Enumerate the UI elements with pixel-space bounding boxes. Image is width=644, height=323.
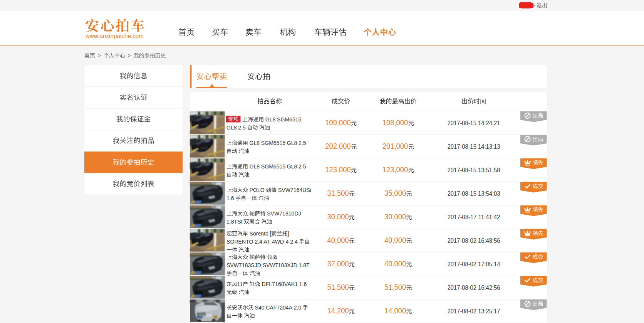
svg-text:>: > bbox=[128, 52, 131, 59]
svg-text:2017-08-02 17:05:14: 2017-08-02 17:05:14 bbox=[448, 261, 500, 267]
svg-text:201,000: 201,000 bbox=[382, 142, 408, 150]
svg-text:51,500: 51,500 bbox=[384, 283, 406, 291]
svg-text:2017-08-15 13:54:03: 2017-08-15 13:54:03 bbox=[448, 190, 500, 197]
svg-text:SGM6515: SGM6515 bbox=[261, 163, 285, 170]
svg-text:GL8: GL8 bbox=[250, 140, 260, 146]
svg-text:108,000: 108,000 bbox=[382, 118, 408, 127]
svg-text:2017-08-17 11:41:42: 2017-08-17 11:41:42 bbox=[448, 214, 500, 220]
svg-text:GL8: GL8 bbox=[226, 124, 237, 131]
svg-text:POLO: POLO bbox=[250, 187, 265, 193]
svg-text:31,500: 31,500 bbox=[327, 189, 349, 197]
svg-text:37,000: 37,000 bbox=[327, 259, 349, 268]
svg-text:S40: S40 bbox=[255, 304, 265, 311]
svg-text:14,200: 14,200 bbox=[327, 306, 349, 315]
svg-text:1.6: 1.6 bbox=[226, 195, 234, 201]
svg-text:]: ] bbox=[287, 230, 289, 237]
svg-text:1.8TSI: 1.8TSI bbox=[226, 218, 243, 225]
svg-text:109,000: 109,000 bbox=[325, 118, 351, 127]
svg-text:2.0: 2.0 bbox=[294, 304, 302, 311]
svg-text:-: - bbox=[533, 2, 535, 8]
svg-text:2017-08-02 16:48:56: 2017-08-02 16:48:56 bbox=[448, 237, 500, 244]
svg-text:SVW7183SJD;SVW7183XJD: SVW7183SJD;SVW7183XJD bbox=[226, 262, 297, 268]
svg-text:AT: AT bbox=[263, 238, 270, 245]
svg-text:SVW7164USi: SVW7164USi bbox=[278, 187, 311, 193]
svg-text:Sorento: Sorento bbox=[250, 230, 268, 237]
svg-text:SORENTO: SORENTO bbox=[226, 238, 253, 245]
svg-text:30,000: 30,000 bbox=[384, 212, 406, 221]
svg-text:40,000: 40,000 bbox=[384, 236, 406, 244]
svg-text:14,000: 14,000 bbox=[384, 306, 406, 315]
svg-text:35,000: 35,000 bbox=[384, 189, 406, 197]
svg-text:GL8: GL8 bbox=[265, 116, 276, 123]
svg-text:2.5: 2.5 bbox=[238, 124, 246, 131]
svg-text:2017-08-15 13:51:58: 2017-08-15 13:51:58 bbox=[448, 167, 500, 173]
svg-text:2.5: 2.5 bbox=[299, 163, 306, 170]
svg-text:GL8: GL8 bbox=[287, 140, 297, 146]
svg-text:DFL7168VAK1: DFL7168VAK1 bbox=[262, 281, 298, 287]
svg-text:SGM6515: SGM6515 bbox=[277, 116, 301, 123]
svg-text:2017-08-02 16:42:56: 2017-08-02 16:42:56 bbox=[448, 284, 500, 291]
svg-text:123,000: 123,000 bbox=[325, 165, 351, 174]
svg-text:>: > bbox=[98, 52, 101, 59]
svg-text:2.5: 2.5 bbox=[299, 140, 306, 146]
svg-text:CAF7204A: CAF7204A bbox=[266, 304, 293, 311]
svg-text:40,000: 40,000 bbox=[384, 259, 406, 268]
svg-text:4WD-4: 4WD-4 bbox=[272, 238, 289, 245]
svg-text:2.4: 2.4 bbox=[255, 238, 262, 245]
svg-text:51,500: 51,500 bbox=[327, 283, 349, 291]
svg-text:www.anxinpaiche.com: www.anxinpaiche.com bbox=[85, 33, 144, 39]
svg-text:1.8T: 1.8T bbox=[299, 262, 309, 268]
svg-text:[: [ bbox=[270, 230, 272, 237]
svg-text:2017-08-15 14:24:21: 2017-08-15 14:24:21 bbox=[448, 120, 500, 126]
svg-text:30,000: 30,000 bbox=[327, 212, 349, 221]
svg-text:GL8: GL8 bbox=[287, 163, 297, 170]
svg-text:GL8: GL8 bbox=[250, 163, 260, 170]
svg-text:SGM6515: SGM6515 bbox=[261, 140, 285, 146]
svg-text:2017-08-02 13:25:17: 2017-08-02 13:25:17 bbox=[448, 308, 500, 315]
svg-text:2.4: 2.4 bbox=[290, 238, 298, 245]
svg-text:1.6: 1.6 bbox=[299, 281, 307, 287]
svg-text:123,000: 123,000 bbox=[382, 165, 408, 174]
svg-text:SVW71810DJ: SVW71810DJ bbox=[267, 210, 301, 217]
svg-text:202,000: 202,000 bbox=[325, 142, 351, 150]
svg-text:40,000: 40,000 bbox=[327, 236, 349, 244]
svg-text:2017-08-15 14:13:13: 2017-08-15 14:13:13 bbox=[448, 143, 500, 150]
